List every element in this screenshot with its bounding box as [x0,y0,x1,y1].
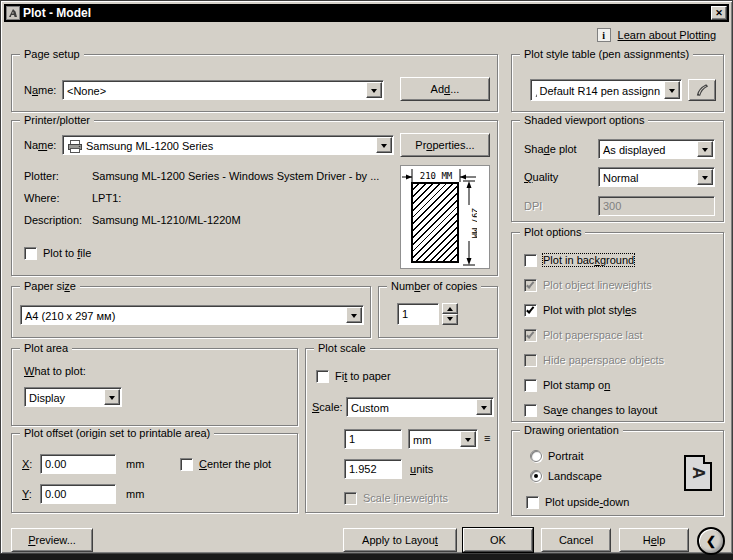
plot-to-file-checkbox[interactable]: Plot to file [24,246,91,260]
plot-with-plot-styles-checkbox[interactable]: Plot with plot styles [524,303,637,317]
printer-group-title: Printer/plotter [20,114,94,127]
spin-down-button[interactable] [442,314,458,325]
paper-unit-dropdown[interactable]: mm [408,429,478,449]
printable-area-hatch [411,182,459,263]
plot-stamp-on-checkbox[interactable]: Plot stamp on [524,378,610,392]
shade-plot-label: Shade plot [524,143,577,155]
drawing-orientation-title: Drawing orientation [520,424,623,437]
printer-name-dropdown[interactable]: Samsung ML-1200 Series [62,135,394,155]
plot-area-group: Plot area What to plot: Display [11,348,298,426]
hide-paperspace-objects-checkbox[interactable]: Hide paperspace objects [524,353,664,367]
dropdown-button[interactable] [376,137,392,153]
radio-circle[interactable] [530,450,542,462]
paper-size-dropdown[interactable]: A4 (210 x 297 мм) [20,305,364,325]
copies-spinner[interactable] [397,303,458,325]
plot-object-lineweights-label: Plot object lineweights [543,279,652,291]
dropdown-button[interactable] [104,389,120,405]
add-button[interactable]: Add... [400,77,490,101]
quality-dropdown[interactable]: Normal [598,167,715,187]
center-the-plot-checkbox[interactable]: Center the plot [180,457,271,471]
checkbox-box[interactable] [524,254,537,267]
dropdown-button[interactable] [664,81,680,99]
portrait-label: Portrait [548,450,583,462]
scale-lineweights-label: Scale lineweights [363,492,448,504]
radio-circle[interactable] [530,470,542,482]
page-setup-name-dropdown[interactable]: <None> [62,80,384,100]
collapse-dialog-button[interactable]: ❮ [697,527,725,555]
preview-button[interactable]: Preview... [11,528,93,552]
learn-about-plotting-link[interactable]: Learn about Plotting [618,29,716,41]
checkbox-box[interactable] [316,370,329,383]
paper-units-input[interactable] [344,429,402,449]
plot-in-background-label: Plot in background [543,254,634,266]
paper-preview: 210 MM 297 MM [400,165,490,269]
checkbox-box[interactable] [524,404,537,417]
page-fold-corner [703,455,712,464]
x-offset-label: X: [22,458,32,470]
plot-paperspace-last-label: Plot paperspace last [543,329,643,341]
plot-style-dropdown[interactable]: Default R14 pen assignn [530,79,682,101]
checkbox-box[interactable] [180,458,193,471]
plot-to-file-label: Plot to file [43,247,91,259]
paper-height-dimension: 297 MM [461,180,477,266]
equals-icon: ≡ [484,432,490,444]
ok-button[interactable]: OK [463,528,533,552]
pen-icon [694,82,710,98]
properties-button[interactable]: Properties... [400,133,490,157]
plot-options-title: Plot options [520,226,585,239]
where-value: LPT1: [92,192,121,204]
close-icon[interactable]: ✕ [711,6,727,20]
copies-group: Number of copies [378,286,498,338]
landscape-letter: A [688,467,708,479]
copies-input[interactable] [397,303,439,325]
chevron-down-icon [371,89,377,96]
where-label: Where: [24,192,59,204]
checkbox-box[interactable] [524,354,537,367]
shade-plot-dropdown[interactable]: As displayed [598,139,715,159]
apply-to-layout-button[interactable]: Apply to Layout [343,528,457,552]
dropdown-button[interactable] [366,82,382,98]
checkbox-box[interactable] [344,492,357,505]
dpi-input [598,196,715,216]
arrow-up-icon [447,304,453,311]
dropdown-button[interactable] [460,431,476,447]
scale-dropdown[interactable]: Custom [346,397,494,417]
x-offset-input[interactable] [40,454,116,474]
checkbox-box[interactable] [526,496,539,509]
plot-paperspace-last-checkbox[interactable]: Plot paperspace last [524,328,643,342]
dropdown-button[interactable] [697,169,713,185]
plot-upside-down-checkbox[interactable]: Plot upside-down [526,495,629,509]
cancel-button[interactable]: Cancel [541,528,611,552]
edit-plot-style-button[interactable] [688,79,716,101]
spin-up-button[interactable] [442,303,458,314]
plot-in-background-checkbox[interactable]: Plot in background [524,253,634,267]
checkbox-box[interactable] [524,304,537,317]
portrait-radio[interactable]: Portrait [530,449,583,462]
plot-offset-group: Plot offset (origin set to printable are… [11,433,298,513]
landscape-radio[interactable]: Landscape [530,469,602,482]
drawing-units-input[interactable] [344,459,402,479]
page-setup-name-label: Name: [24,84,56,96]
checkbox-box[interactable] [524,279,537,292]
plot-style-value: Default R14 pen assignn [531,80,663,100]
printer-name-value: Samsung ML-1200 Series [63,136,375,154]
page-setup-name-value: <None> [63,81,365,99]
save-changes-to-layout-checkbox[interactable]: Save changes to layout [524,403,657,417]
dropdown-button[interactable] [697,141,713,157]
plotter-value: Samsung ML-1200 Series - Windows System … [92,170,379,182]
dropdown-button[interactable] [346,307,362,323]
plot-object-lineweights-checkbox[interactable]: Plot object lineweights [524,278,652,292]
fit-to-paper-checkbox[interactable]: Fit to paper [316,369,391,383]
plot-options-group: Plot options Plot in background Plot obj… [511,232,724,422]
printer-name-label: Name: [24,139,56,151]
scale-lineweights-checkbox[interactable]: Scale lineweights [344,491,448,505]
drawing-orientation-group: Drawing orientation Portrait Landscape P… [511,430,724,516]
landscape-label: Landscape [548,470,602,482]
help-button[interactable]: Help [619,528,689,552]
y-offset-input[interactable] [40,484,116,504]
checkbox-box[interactable] [24,247,37,260]
checkbox-box[interactable] [524,329,537,342]
checkbox-box[interactable] [524,379,537,392]
dropdown-button[interactable] [476,399,492,415]
what-to-plot-dropdown[interactable]: Display [24,387,122,407]
